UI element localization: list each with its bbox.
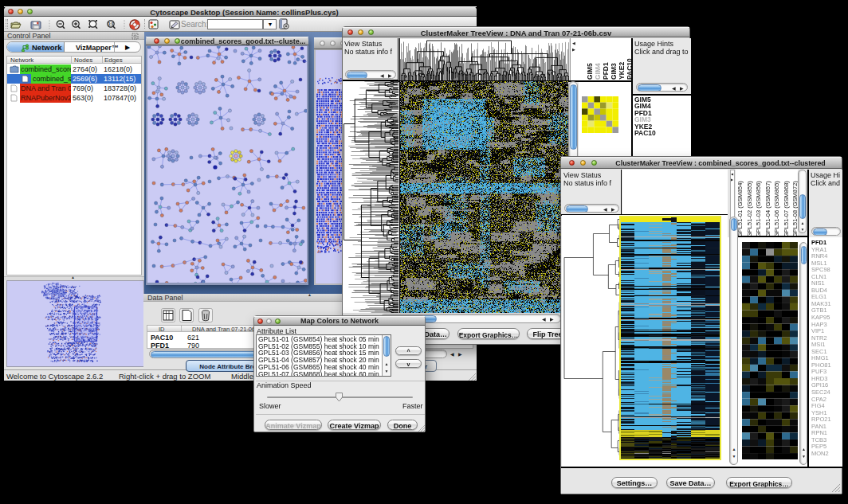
svg-text:1:1: 1:1 bbox=[108, 22, 114, 26]
